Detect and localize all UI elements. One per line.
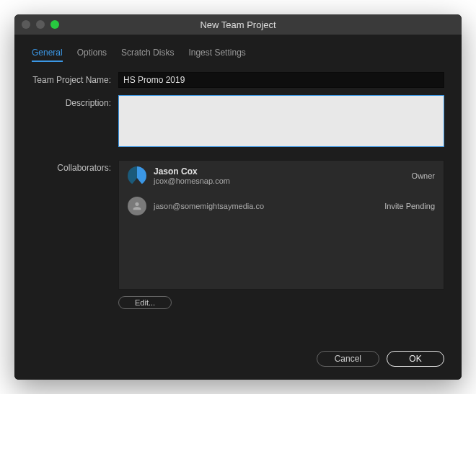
- project-name-label: Team Project Name:: [32, 72, 118, 85]
- avatar: [128, 166, 146, 185]
- collaborator-name: Jason Cox: [154, 166, 412, 177]
- collaborator-status: Invite Pending: [384, 202, 435, 210]
- close-window-button[interactable]: [22, 20, 30, 29]
- dialog-footer: Cancel OK: [14, 338, 462, 380]
- minimize-window-button[interactable]: [36, 20, 45, 29]
- window-title: New Team Project: [14, 19, 462, 30]
- tab-scratch-disks[interactable]: Scratch Disks: [121, 48, 174, 62]
- collaborator-row[interactable]: Jason Cox jcox@homesnap.com Owner: [119, 161, 444, 191]
- dialog-window: New Team Project General Options Scratch…: [14, 14, 462, 380]
- cancel-button[interactable]: Cancel: [317, 351, 379, 367]
- collaborator-email: jason@somemightsaymedia.co: [154, 202, 384, 210]
- description-label: Description:: [32, 95, 118, 108]
- edit-collaborators-button[interactable]: Edit...: [118, 296, 172, 309]
- tab-bar: General Options Scratch Disks Ingest Set…: [32, 48, 444, 62]
- ok-button[interactable]: OK: [387, 351, 444, 367]
- collaborator-email: jcox@homesnap.com: [154, 177, 412, 185]
- collaborators-list: Jason Cox jcox@homesnap.com Owner jason@…: [118, 160, 444, 290]
- dialog-content: General Options Scratch Disks Ingest Set…: [14, 35, 462, 309]
- tab-general[interactable]: General: [32, 48, 63, 62]
- project-name-input[interactable]: [118, 72, 444, 88]
- tab-ingest-settings[interactable]: Ingest Settings: [188, 48, 245, 62]
- tab-options[interactable]: Options: [77, 48, 107, 62]
- titlebar: New Team Project: [14, 14, 462, 35]
- window-controls: [22, 20, 59, 29]
- maximize-window-button[interactable]: [50, 20, 59, 29]
- avatar: [128, 197, 146, 215]
- collaborators-label: Collaborators:: [32, 160, 118, 173]
- description-input[interactable]: [118, 95, 444, 147]
- collaborator-status: Owner: [412, 171, 435, 180]
- collaborator-row[interactable]: jason@somemightsaymedia.co Invite Pendin…: [119, 191, 444, 221]
